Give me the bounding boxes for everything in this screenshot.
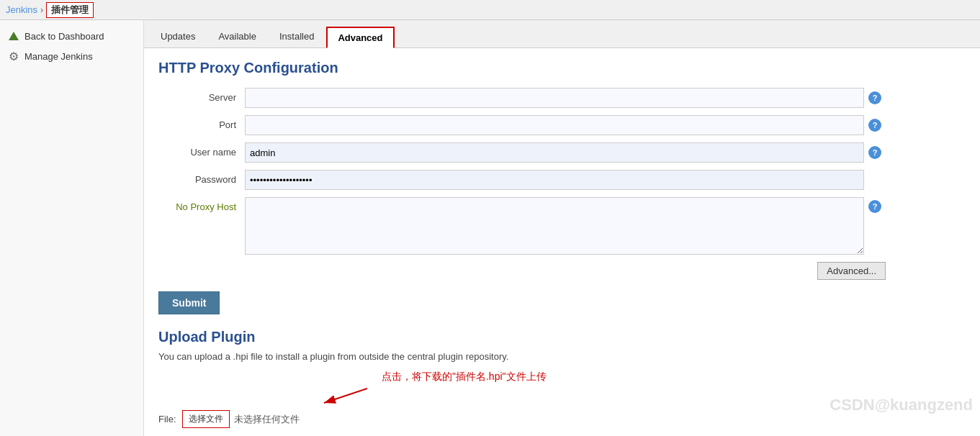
choose-file-button[interactable]: 选择文件 — [182, 410, 230, 428]
form-label-port: Port — [158, 115, 245, 130]
submit-button[interactable]: Submit — [158, 291, 220, 314]
upload-plugin-title: Upload Plugin — [158, 329, 966, 345]
server-help-icon[interactable]: ? — [868, 91, 881, 104]
form-field-port: ? — [245, 115, 966, 135]
sidebar: Back to Dashboard ⚙ Manage Jenkins — [0, 20, 144, 436]
advanced-button[interactable]: Advanced... — [817, 262, 886, 280]
form-label-server: Server — [158, 88, 245, 103]
sidebar-item-back-to-dashboard[interactable]: Back to Dashboard — [0, 26, 143, 46]
main-content: Updates Available Installed Advanced HTT… — [144, 20, 980, 436]
topbar: Jenkins › 插件管理 — [0, 0, 980, 20]
port-help-icon[interactable]: ? — [868, 119, 881, 132]
tab-updates[interactable]: Updates — [150, 26, 206, 47]
tab-installed[interactable]: Installed — [269, 26, 325, 47]
content-area: HTTP Proxy Configuration Server ? Port ? — [144, 48, 980, 436]
no-file-text: 未选择任何文件 — [234, 413, 300, 426]
username-help-icon[interactable]: ? — [868, 146, 881, 159]
topbar-separator: › — [40, 4, 43, 15]
sidebar-item-label-manage: Manage Jenkins — [24, 51, 93, 62]
tabs-bar: Updates Available Installed Advanced — [144, 20, 980, 48]
upload-file-row: File: 选择文件 未选择任何文件 — [158, 410, 966, 428]
form-row-port: Port ? — [158, 115, 966, 135]
form-field-username: ? — [245, 142, 966, 163]
form-row-username: User name ? — [158, 142, 966, 163]
no-proxy-textarea[interactable] — [245, 197, 864, 255]
form-field-password — [245, 170, 966, 190]
annotation-arrow — [317, 385, 374, 407]
svg-line-1 — [324, 389, 367, 403]
sidebar-item-label-back: Back to Dashboard — [24, 31, 104, 42]
form-field-no-proxy: ? — [245, 197, 966, 255]
http-proxy-title: HTTP Proxy Configuration — [158, 60, 966, 76]
upload-plugin-description: You can upload a .hpi file to install a … — [158, 351, 966, 362]
gear-icon: ⚙ — [7, 50, 20, 63]
upload-file-container: 点击，将下载的"插件名.hpi"文件上传 File: 选择文件 未选择任何文件 — [158, 371, 966, 428]
no-proxy-help-icon[interactable]: ? — [868, 200, 881, 213]
advanced-btn-row: Advanced... — [158, 262, 886, 280]
topbar-jenkins-link[interactable]: Jenkins — [6, 4, 37, 15]
form-label-username: User name — [158, 142, 245, 158]
form-row-password: Password — [158, 170, 966, 190]
port-input[interactable] — [245, 115, 864, 135]
annotation-text: 点击，将下载的"插件名.hpi"文件上传 — [382, 371, 547, 383]
username-input[interactable] — [245, 142, 864, 163]
tab-available[interactable]: Available — [207, 26, 267, 47]
file-label: File: — [158, 414, 176, 424]
form-label-password: Password — [158, 170, 245, 185]
tab-advanced[interactable]: Advanced — [326, 27, 394, 48]
form-label-no-proxy: No Proxy Host — [158, 197, 245, 212]
server-input[interactable] — [245, 88, 864, 108]
form-field-server: ? — [245, 88, 966, 108]
password-input[interactable] — [245, 170, 864, 190]
main-layout: Back to Dashboard ⚙ Manage Jenkins Updat… — [0, 20, 980, 436]
topbar-current-section: 插件管理 — [46, 2, 94, 18]
form-row-server: Server ? — [158, 88, 966, 108]
arrow-up-icon — [7, 29, 20, 42]
sidebar-item-manage-jenkins[interactable]: ⚙ Manage Jenkins — [0, 46, 143, 66]
form-row-no-proxy: No Proxy Host ? — [158, 197, 966, 255]
